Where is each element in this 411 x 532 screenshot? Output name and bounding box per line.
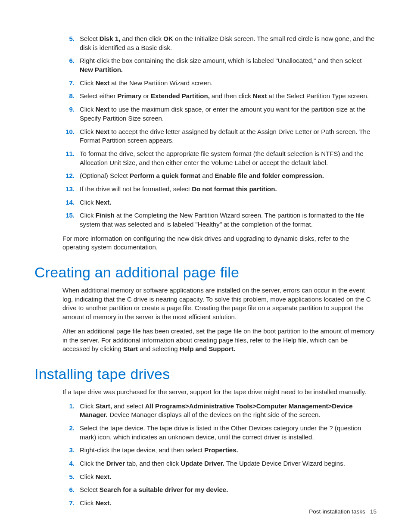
step-item: 12. (Optional) Select Perform a quick fo… (62, 171, 377, 180)
step-number: 7. (62, 79, 75, 88)
step-number: 11. (62, 149, 75, 159)
step-item: 6. Select Search for a suitable driver f… (62, 485, 377, 495)
step-number: 6. (62, 485, 75, 495)
step-number: 14. (62, 198, 75, 207)
step-item: 5. Select Disk 1, and then click OK on t… (62, 34, 377, 52)
step-text: Right-click the tape device, and then se… (80, 446, 238, 454)
step-number: 9. (62, 105, 75, 114)
footer-label: Post-installation tasks (309, 508, 365, 515)
step-text: Select Search for a suitable driver for … (80, 486, 228, 493)
paragraph: After an additional page file has been c… (62, 327, 377, 354)
step-item: 8. Select either Primary or Extended Par… (62, 92, 377, 101)
step-item: 7. Click Next. (62, 499, 377, 508)
content-area: 5. Select Disk 1, and then click OK on t… (62, 34, 377, 508)
step-item: 1. Click Start, and select All Programs>… (62, 402, 377, 420)
step-text: Click Next to use the maximum disk space… (80, 106, 366, 122)
step-number: 15. (62, 211, 75, 220)
step-number: 7. (62, 499, 75, 508)
step-text: Click the Driver tab, and then click Upd… (80, 460, 345, 467)
document-page: 5. Select Disk 1, and then click OK on t… (0, 0, 411, 532)
step-number: 1. (62, 402, 75, 411)
paragraph: When additional memory or software appli… (62, 286, 377, 322)
step-item: 2. Select the tape device. The tape driv… (62, 424, 377, 442)
ordered-steps-partition: 5. Select Disk 1, and then click OK on t… (62, 34, 377, 229)
step-text: Click Next to accept the drive letter as… (80, 128, 370, 144)
step-item: 5. Click Next. (62, 473, 377, 482)
step-item: 14. Click Next. (62, 198, 377, 207)
step-number: 3. (62, 446, 75, 455)
step-text: Select Disk 1, and then click OK on the … (80, 35, 374, 51)
step-number: 10. (62, 128, 75, 137)
step-text: Click Next at the New Partition Wizard s… (80, 79, 212, 87)
paragraph: If a tape drive was purchased for the se… (62, 388, 377, 397)
step-item: 9. Click Next to use the maximum disk sp… (62, 105, 377, 123)
step-item: 6. Right-click the box containing the di… (62, 56, 377, 74)
step-item: 4. Click the Driver tab, and then click … (62, 459, 377, 468)
step-text: To format the drive, select the appropri… (80, 150, 364, 166)
step-text: (Optional) Select Perform a quick format… (80, 172, 324, 179)
step-number: 12. (62, 171, 75, 180)
step-number: 13. (62, 185, 75, 194)
step-text: Click Next. (80, 499, 111, 507)
step-item: 13. If the drive will not be formatted, … (62, 185, 377, 194)
step-text: If the drive will not be formatted, sele… (80, 185, 277, 193)
ordered-steps-tape: 1. Click Start, and select All Programs>… (62, 402, 377, 508)
paragraph: For more information on configuring the … (62, 234, 377, 252)
heading-creating-page-file: Creating an additional page file (34, 264, 377, 281)
step-number: 5. (62, 34, 75, 44)
step-text: Right-click the box containing the disk … (80, 57, 361, 73)
step-item: 11. To format the drive, select the appr… (62, 149, 377, 167)
step-number: 2. (62, 424, 75, 433)
step-text: Click Next. (80, 199, 111, 206)
step-text: Click Start, and select All Programs>Adm… (80, 402, 353, 419)
step-number: 8. (62, 92, 75, 101)
step-number: 5. (62, 473, 75, 482)
step-item: 15. Click Finish at the Completing the N… (62, 211, 377, 229)
heading-installing-tape-drives: Installing tape drives (34, 366, 377, 383)
step-item: 3. Right-click the tape device, and then… (62, 446, 377, 455)
step-item: 7. Click Next at the New Partition Wizar… (62, 79, 377, 88)
step-text: Click Finish at the Completing the New P… (80, 212, 364, 228)
step-number: 4. (62, 459, 75, 468)
step-item: 10. Click Next to accept the drive lette… (62, 128, 377, 145)
step-text: Click Next. (80, 473, 111, 480)
step-number: 6. (62, 56, 75, 65)
footer-page-number: 15 (370, 508, 377, 515)
step-text: Select either Primary or Extended Partit… (80, 92, 369, 100)
step-text: Select the tape device. The tape drive i… (80, 424, 361, 441)
page-footer: Post-installation tasks 15 (309, 508, 377, 515)
